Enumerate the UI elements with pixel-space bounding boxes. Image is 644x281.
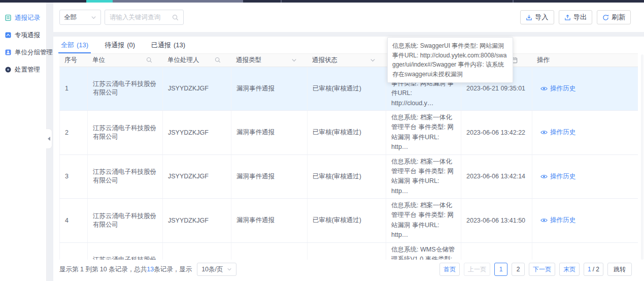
cell-org: 江苏云涌电子科技股份有限公司 xyxy=(88,154,163,199)
toolbar: 全部 请输入关键词查询 导入 导出 刷新 xyxy=(53,3,644,32)
table-row[interactable]: 3 江苏云涌电子科技股份有限公司 JSYYDZKJGF 漏洞事件通报 已审核(审… xyxy=(60,154,638,199)
search-input[interactable]: 请输入关键词查询 xyxy=(105,10,184,25)
cell-report-time: 2023-06-06 13:42:22 xyxy=(461,111,532,155)
tab-all[interactable]: 全部 (13) xyxy=(59,37,90,53)
cell-action: 操作历史 xyxy=(532,199,638,243)
eye-icon xyxy=(540,217,548,223)
operation-history-link[interactable]: 操作历史 xyxy=(537,172,575,181)
table-header-row: 序号 单位 单位处理人 通报类型 通报状态 操作 xyxy=(59,54,638,67)
cell-index: 4 xyxy=(60,199,88,243)
eye-icon xyxy=(540,174,548,179)
sidebar-item-unit-group[interactable]: 单位分组管理 xyxy=(0,44,46,61)
tab-pending[interactable]: 待通报 (0) xyxy=(103,37,137,53)
category-select-value: 全部 xyxy=(64,13,77,22)
cell-report-content: 信息系统: 档案一体化管理平台 事件类型: 网站漏洞 事件URL: http… xyxy=(386,199,461,243)
page-size-select[interactable]: 10条/页 xyxy=(197,263,236,276)
sidebar-item-label: 单位分组管理 xyxy=(15,48,53,57)
chevron-down-icon[interactable] xyxy=(370,57,376,63)
cell-handler: JSYYDZKJGF xyxy=(163,111,231,155)
cell-report-status: 已审核(审核通过) xyxy=(308,154,386,199)
collapse-arrow-icon xyxy=(48,137,50,141)
record-summary-suffix: 条记录，显示 xyxy=(154,265,192,274)
sidebar-collapse-handle[interactable] xyxy=(46,129,52,149)
cell-index: 5 xyxy=(60,242,88,260)
tab-reported[interactable]: 已通报 (13) xyxy=(150,37,187,53)
export-button-label: 导出 xyxy=(573,13,587,22)
next-page-button[interactable]: 下一页 xyxy=(529,263,555,276)
table-body-scroll[interactable]: 1 江苏云涌电子科技股份有限公司 JSYYDZKJGF 漏洞事件通报 已审核(审… xyxy=(59,67,638,260)
export-button[interactable]: 导出 xyxy=(559,10,593,24)
record-total-count: 13 xyxy=(147,266,154,273)
refresh-button-label: 刷新 xyxy=(612,13,625,22)
column-header-status[interactable]: 通报状态 xyxy=(307,54,386,67)
cell-report-time: 2023-06-06 13:41:50 xyxy=(461,199,532,243)
column-header-index: 序号 xyxy=(59,54,87,67)
total-pages: / 2 xyxy=(593,266,599,273)
previous-page-button[interactable]: 上一页 xyxy=(464,263,490,276)
operation-history-link[interactable]: 操作历史 xyxy=(537,216,575,225)
column-header-org[interactable]: 单位 xyxy=(87,54,162,67)
sidebar-item-special-report[interactable]: 专项通报 xyxy=(0,26,46,44)
cell-handler: JSYYDZKJGF xyxy=(163,242,231,260)
cell-handler: JSYYDZKJGF xyxy=(163,67,231,111)
chevron-down-icon xyxy=(91,15,96,20)
browser-tab-strip xyxy=(0,0,644,3)
import-button[interactable]: 导入 xyxy=(520,10,554,24)
chevron-down-icon[interactable] xyxy=(291,57,297,63)
cell-handler: JSYYDZKJGF xyxy=(163,199,231,243)
pagination-controls: 首页 上一页 1 2 下一页 末页 1 / 2 跳转 xyxy=(439,263,632,276)
operation-history-link[interactable]: 操作历史 xyxy=(537,84,575,93)
table-scrollbar[interactable] xyxy=(641,54,643,260)
unit-group-icon xyxy=(5,49,12,56)
cell-handler: JSYYDZKJGF xyxy=(163,154,231,199)
page-size-value: 10条/页 xyxy=(201,265,223,274)
table-row[interactable]: 1 江苏云涌电子科技股份有限公司 JSYYDZKJGF 漏洞事件通报 已审核(审… xyxy=(60,67,638,111)
jump-button[interactable]: 跳转 xyxy=(607,263,632,276)
table-body: 1 江苏云涌电子科技股份有限公司 JSYYDZKJGF 漏洞事件通报 已审核(审… xyxy=(60,67,638,260)
cell-report-time: 2023-05-15 13:20:34 xyxy=(461,242,532,260)
cell-report-content: 信息系统: 档案一体化管理平台 事件类型: 网站漏洞 事件URL: http… xyxy=(386,111,461,155)
page-indicator: 1 / 2 xyxy=(584,263,603,276)
page-button-2[interactable]: 2 xyxy=(512,263,525,276)
tab-label: 全部 xyxy=(61,41,74,50)
eye-icon xyxy=(540,130,548,135)
cell-report-type: 漏洞事件通报 xyxy=(231,199,308,243)
tab-count: (13) xyxy=(77,41,88,49)
export-icon xyxy=(564,14,571,21)
cell-report-status: 已审核(审核通过) xyxy=(308,67,386,111)
search-icon[interactable] xyxy=(215,57,221,63)
column-header-handler[interactable]: 单位处理人 xyxy=(162,54,231,67)
current-page: 1 xyxy=(588,266,591,273)
last-page-button[interactable]: 末页 xyxy=(559,263,580,276)
sidebar: 通报记录 专项通报 单位分组管理 处置管理 xyxy=(0,3,47,281)
cell-org: 江苏云涌电子科技股份有限公司 xyxy=(88,111,163,155)
record-summary-prefix: 显示第 1 到第 10 条记录，总共 xyxy=(59,265,147,274)
search-icon[interactable] xyxy=(146,57,152,63)
sidebar-item-report-records[interactable]: 通报记录 xyxy=(0,9,46,26)
sidebar-item-disposal[interactable]: 处置管理 xyxy=(0,61,46,78)
refresh-button[interactable]: 刷新 xyxy=(597,10,631,24)
tab-label: 待通报 xyxy=(105,41,124,50)
column-header-type[interactable]: 通报类型 xyxy=(231,54,307,67)
cell-index: 3 xyxy=(60,154,88,199)
column-header-action: 操作 xyxy=(532,54,638,67)
data-table: 1 江苏云涌电子科技股份有限公司 JSYYDZKJGF 漏洞事件通报 已审核(审… xyxy=(59,67,638,260)
category-select[interactable]: 全部 xyxy=(59,10,101,25)
cell-report-status: 已审核(审核通过) xyxy=(308,199,386,243)
first-page-button[interactable]: 首页 xyxy=(439,263,460,276)
import-icon xyxy=(526,14,532,21)
cell-report-status: 已审核(审核通过) xyxy=(308,111,386,155)
cell-org: 江苏云涌电子科技股份有限公司 xyxy=(88,242,163,260)
browser-tab-strip-divider xyxy=(281,0,282,3)
tab-label: 已通报 xyxy=(151,41,171,50)
cell-report-content: 信息系统: 档案一体化管理平台 事件类型: 网站漏洞 事件URL: http… xyxy=(386,154,461,199)
cell-report-type: 漏洞事件通报 xyxy=(231,154,308,199)
table-row[interactable]: 4 江苏云涌电子科技股份有限公司 JSYYDZKJGF 漏洞事件通报 已审核(审… xyxy=(60,199,638,243)
table-row[interactable]: 5 江苏云涌电子科技股份有限公司 JSYYDZKJGF 漏洞事件通报 已审核(审… xyxy=(60,242,638,260)
cell-org: 江苏云涌电子科技股份有限公司 xyxy=(88,199,163,243)
operation-history-link[interactable]: 操作历史 xyxy=(537,128,575,137)
sidebar-item-label: 通报记录 xyxy=(15,14,40,22)
table-row[interactable]: 2 江苏云涌电子科技股份有限公司 JSYYDZKJGF 漏洞事件通报 已审核(审… xyxy=(60,111,638,155)
page-button-1[interactable]: 1 xyxy=(494,263,507,276)
cell-index: 2 xyxy=(60,111,88,155)
